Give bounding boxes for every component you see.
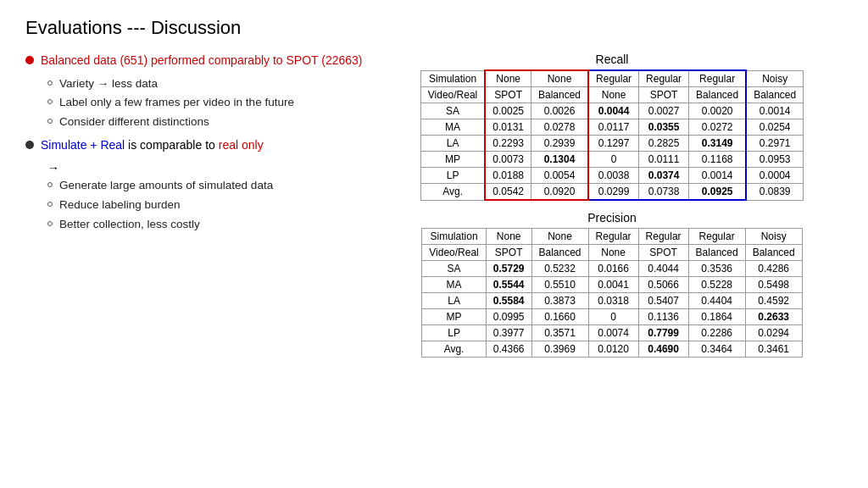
recall-mp-4: 0.1168	[689, 152, 747, 168]
recall-ma-0: 0.0131	[485, 119, 531, 136]
sub-bullet-2-2-text: Reduce labeling burden	[59, 197, 181, 214]
prec-row-mp: MP 0.0995 0.1660 0 0.1136 0.1864 0.2633	[422, 309, 802, 325]
recall-row-mp: MP 0.0073 0.1304 0 0.0111 0.1168 0.0953	[420, 152, 803, 168]
prec-h1-noisy: Noisy	[745, 229, 802, 245]
recall-ma-3: 0.0355	[639, 119, 689, 136]
recall-la-4: 0.3149	[689, 136, 747, 152]
prec-ma-0: 0.5544	[486, 277, 531, 293]
prec-row-ma: MA 0.5544 0.5510 0.0041 0.5066 0.5228 0.…	[422, 277, 802, 293]
recall-h1-noisy: Noisy	[746, 70, 804, 87]
prec-row-avg: Avg. 0.4366 0.3969 0.0120 0.4690 0.3464 …	[422, 341, 802, 358]
sub-bullet-1-3-text: Consider different distinctions	[59, 114, 209, 130]
prec-ma-4: 0.5228	[688, 277, 745, 293]
recall-lp-3: 0.0374	[639, 168, 689, 184]
prec-h1-regular2: Regular	[638, 229, 688, 245]
precision-header-row1: Simulation None None Regular Regular Reg…	[422, 229, 802, 245]
recall-lp-2: 0.0038	[588, 168, 639, 184]
prec-sa-4: 0.3536	[688, 261, 745, 277]
precision-section: Precision Simulation None None Regular R…	[381, 211, 843, 358]
prec-avg-5: 0.3461	[745, 341, 802, 358]
recall-h1-none2: None	[531, 70, 589, 87]
prec-mp-1: 0.1660	[531, 309, 588, 325]
prec-avg-1: 0.3969	[531, 341, 588, 358]
prec-mp-2: 0	[588, 309, 638, 325]
recall-mp-0: 0.0073	[485, 152, 531, 168]
sub-bullet-dot	[47, 221, 53, 226]
recall-sa-5: 0.0014	[746, 103, 804, 119]
prec-mp-3: 0.1136	[638, 309, 688, 325]
recall-ma-2: 0.0117	[588, 119, 639, 136]
bullet-1-text: Balanced data (651) performed comparably…	[41, 53, 363, 69]
bullet-1: Balanced data (651) performed comparably…	[25, 53, 364, 69]
prec-la-0: 0.5584	[486, 293, 531, 309]
recall-la-1: 0.2939	[531, 136, 589, 152]
sub-bullet-1-1: Variety → less data	[47, 76, 364, 92]
prec-h2-balanced3: Balanced	[745, 245, 802, 261]
recall-h2-balanced2: Balanced	[689, 87, 747, 103]
prec-h2-none: None	[588, 245, 638, 261]
prec-h1-none2: None	[531, 229, 588, 245]
prec-sa-2: 0.0166	[588, 261, 638, 277]
prec-lp-0: 0.3977	[486, 325, 531, 341]
recall-row-lp: LP 0.0188 0.0054 0.0038 0.0374 0.0014 0.…	[420, 168, 803, 184]
prec-sa-label: SA	[422, 261, 487, 277]
prec-avg-3: 0.4690	[638, 341, 688, 358]
sub-bullet-dot	[47, 202, 53, 207]
sub-bullet-dot	[47, 80, 53, 86]
recall-avg-1: 0.0920	[531, 184, 589, 201]
prec-lp-5: 0.0294	[745, 325, 802, 341]
bullet-2-dot	[25, 141, 34, 149]
sub-bullet-2-2: Reduce labeling burden	[47, 197, 364, 214]
prec-mp-4: 0.1864	[688, 309, 745, 325]
recall-la-2: 0.1297	[588, 136, 639, 152]
recall-lp-label: LP	[420, 168, 485, 184]
recall-sa-1: 0.0026	[531, 103, 589, 119]
prec-mp-5: 0.2633	[745, 309, 802, 325]
prec-avg-4: 0.3464	[688, 341, 745, 358]
recall-ma-5: 0.0254	[746, 119, 804, 136]
sub-bullet-1-2: Label only a few frames per video in the…	[47, 95, 364, 111]
recall-section: Recall Simulation None None Regular Regu…	[381, 53, 843, 201]
recall-mp-2: 0	[588, 152, 639, 168]
prec-la-4: 0.4404	[688, 293, 745, 309]
prec-la-label: LA	[422, 293, 487, 309]
recall-mp-5: 0.0953	[746, 152, 804, 168]
recall-table: Simulation None None Regular Regular Reg…	[420, 69, 804, 201]
prec-ma-3: 0.5066	[638, 277, 688, 293]
real-only-text: real only	[219, 138, 264, 152]
recall-sa-label: SA	[420, 103, 485, 119]
prec-sa-5: 0.4286	[745, 261, 802, 277]
recall-lp-4: 0.0014	[689, 168, 747, 184]
prec-h1-none1: None	[486, 229, 531, 245]
prec-la-3: 0.5407	[638, 293, 688, 309]
recall-avg-4: 0.0925	[689, 184, 747, 201]
bullet-1-subitems: Variety → less data Label only a few fra…	[47, 76, 364, 131]
sub-bullet-1-3: Consider different distinctions	[47, 114, 364, 130]
recall-lp-0: 0.0188	[485, 168, 531, 184]
sub-bullet-2-3-text: Better collection, less costly	[59, 217, 200, 233]
prec-h1-regular3: Regular	[688, 229, 745, 245]
prec-h2-videoreal: Video/Real	[422, 245, 487, 261]
recall-la-label: LA	[420, 136, 485, 152]
recall-sa-2: 0.0044	[588, 103, 639, 119]
prec-h2-balanced: Balanced	[531, 245, 588, 261]
recall-ma-label: MA	[420, 119, 485, 136]
recall-h2-balanced: Balanced	[531, 87, 589, 103]
bullet-2: Simulate + Real is comparable to real on…	[25, 137, 364, 154]
prec-ma-5: 0.5498	[745, 277, 802, 293]
recall-avg-3: 0.0738	[639, 184, 689, 201]
prec-avg-2: 0.0120	[588, 341, 638, 358]
sub-bullet-dot	[47, 99, 53, 104]
recall-mp-3: 0.0111	[639, 152, 689, 168]
precision-title: Precision	[381, 211, 843, 225]
sub-bullet-2-1: Generate large amounts of simulated data	[47, 178, 364, 194]
recall-h1-sim: Simulation	[420, 70, 485, 87]
left-panel: Balanced data (651) performed comparably…	[25, 53, 364, 368]
recall-h2-none: None	[588, 87, 639, 103]
prec-sa-1: 0.5232	[531, 261, 588, 277]
recall-avg-0: 0.0542	[485, 184, 531, 201]
prec-h1-sim: Simulation	[422, 229, 487, 245]
recall-h1-regular1: Regular	[588, 70, 639, 87]
recall-row-avg: Avg. 0.0542 0.0920 0.0299 0.0738 0.0925 …	[420, 184, 803, 201]
recall-avg-5: 0.0839	[746, 184, 804, 201]
